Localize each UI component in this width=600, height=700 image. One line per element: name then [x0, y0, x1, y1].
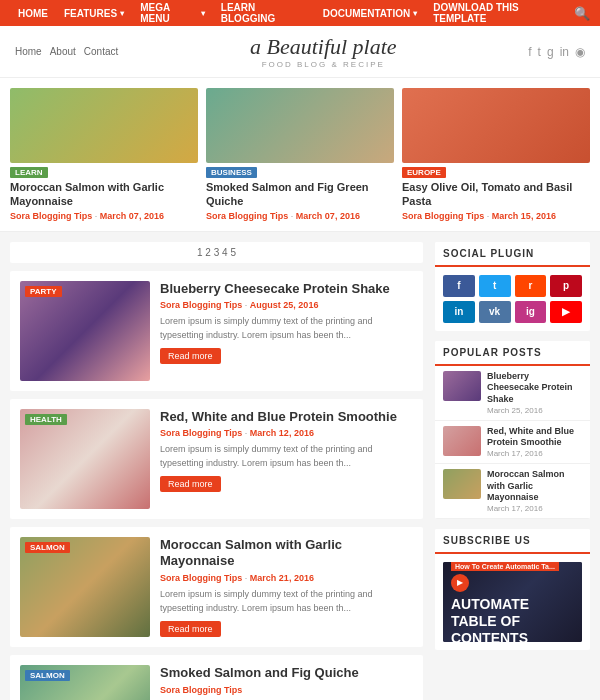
- article-content-1: Blueberry Cheesecake Protein Shake Sora …: [160, 281, 413, 381]
- article-image-4: SALMON: [20, 665, 150, 700]
- nav-home-link[interactable]: Home: [15, 46, 42, 57]
- featured-image-1: [10, 88, 198, 163]
- read-more-btn-1[interactable]: Read more: [160, 348, 221, 364]
- popular-date-3: March 17, 2016: [487, 504, 582, 513]
- site-subtitle: FOOD BLOG & RECIPE: [250, 60, 397, 69]
- article-image-2: HEALTH: [20, 409, 150, 509]
- featured-title-1: Moroccan Salmon with Garlic Mayonnaise: [10, 180, 198, 209]
- featured-meta-2: Sora Blogging Tips · March 07, 2016: [206, 211, 394, 221]
- nav-mega-menu[interactable]: MEGA MENU ▾: [132, 2, 213, 24]
- popular-date-2: March 17, 2016: [487, 449, 582, 458]
- sidebar: SOCIAL PLUGIN f t r p in vk ig ▶ POPULAR…: [435, 242, 590, 700]
- arrow-icon: ▾: [120, 9, 124, 18]
- reddit-btn[interactable]: r: [515, 275, 547, 297]
- facebook-btn[interactable]: f: [443, 275, 475, 297]
- instagram-btn[interactable]: ig: [515, 301, 547, 323]
- read-more-btn-2[interactable]: Read more: [160, 476, 221, 492]
- popular-text-1: Blueberry Cheesecake Protein Shake March…: [487, 371, 582, 415]
- site-title: a Beautiful plate: [250, 34, 397, 60]
- subscribe-title: SUBSCRIBE US: [435, 529, 590, 554]
- youtube-btn[interactable]: ▶: [550, 301, 582, 323]
- article-meta-3: Sora Blogging Tips · March 21, 2016: [160, 573, 413, 583]
- popular-image-1: [443, 371, 481, 401]
- nav-features[interactable]: FEATURES ▾: [56, 8, 132, 19]
- category-badge-2: BUSINESS: [206, 167, 257, 178]
- social-plugin-section: SOCIAL PLUGIN f t r p in vk ig ▶: [435, 242, 590, 331]
- nav-contact-link[interactable]: Contact: [84, 46, 118, 57]
- top-nav[interactable]: HOME FEATURES ▾ MEGA MENU ▾ LEARN BLOGGI…: [0, 0, 600, 26]
- article-meta-4: Sora Blogging Tips: [160, 685, 413, 695]
- featured-image-2: [206, 88, 394, 163]
- subscribe-video[interactable]: How To Create Automatic Ta... ▶ AUTOMATE…: [443, 562, 582, 642]
- pinterest-btn[interactable]: p: [550, 275, 582, 297]
- article-badge-1: PARTY: [25, 286, 62, 297]
- social-grid: f t r p in vk ig ▶: [435, 267, 590, 331]
- social-plugin-title: SOCIAL PLUGIN: [435, 242, 590, 267]
- popular-title-2: Red, White and Blue Protein Smoothie: [487, 426, 582, 449]
- nav-home[interactable]: HOME: [10, 8, 56, 19]
- featured-title-3: Easy Olive Oil, Tomato and Basil Pasta: [402, 180, 590, 209]
- popular-item-3[interactable]: Moroccan Salmon with Garlic Mayonnaise M…: [435, 464, 590, 519]
- video-title-bar: ▶: [451, 574, 574, 592]
- article-title-4[interactable]: Smoked Salmon and Fig Quiche: [160, 665, 413, 682]
- featured-card-1[interactable]: LEARN Moroccan Salmon with Garlic Mayonn…: [10, 88, 198, 221]
- facebook-icon[interactable]: f: [528, 45, 531, 59]
- twitter-icon[interactable]: t: [538, 45, 541, 59]
- popular-image-2: [443, 426, 481, 456]
- featured-card-3[interactable]: EUROPE Easy Olive Oil, Tomato and Basil …: [402, 88, 590, 221]
- article-content-3: Moroccan Salmon with Garlic Mayonnaise S…: [160, 537, 413, 638]
- nav-documentation[interactable]: DOCUMENTATION ▾: [315, 8, 425, 19]
- featured-image-3: [402, 88, 590, 163]
- play-button[interactable]: ▶: [451, 574, 469, 592]
- rss-icon[interactable]: ◉: [575, 45, 585, 59]
- featured-title-2: Smoked Salmon and Fig Green Quiche: [206, 180, 394, 209]
- video-tag: How To Create Automatic Ta...: [451, 562, 559, 571]
- nav-download[interactable]: DOWNLOAD THIS TEMPLATE: [425, 2, 574, 24]
- nav-about-link[interactable]: About: [50, 46, 76, 57]
- linkedin-btn[interactable]: in: [443, 301, 475, 323]
- search-icon[interactable]: 🔍: [574, 6, 590, 21]
- article-content-4: Smoked Salmon and Fig Quiche Sora Bloggi…: [160, 665, 413, 700]
- twitter-btn[interactable]: t: [479, 275, 511, 297]
- popular-text-3: Moroccan Salmon with Garlic Mayonnaise M…: [487, 469, 582, 513]
- nav-learn-blogging[interactable]: LEARN BLOGGING: [213, 2, 315, 24]
- article-card-4: SALMON Smoked Salmon and Fig Quiche Sora…: [10, 655, 423, 700]
- featured-meta-1: Sora Blogging Tips · March 07, 2016: [10, 211, 198, 221]
- popular-item-1[interactable]: Blueberry Cheesecake Protein Shake March…: [435, 366, 590, 421]
- article-title-1[interactable]: Blueberry Cheesecake Protein Shake: [160, 281, 413, 298]
- subscribe-section: SUBSCRIBE US How To Create Automatic Ta.…: [435, 529, 590, 650]
- article-card-1: PARTY Blueberry Cheesecake Protein Shake…: [10, 271, 423, 391]
- article-excerpt-1: Lorem ipsum is simply dummy text of the …: [160, 315, 413, 342]
- content-area: 1 2 3 4 5 PARTY Blueberry Cheesecake Pro…: [10, 242, 423, 700]
- article-meta-1: Sora Blogging Tips · August 25, 2016: [160, 300, 413, 310]
- gplus-icon[interactable]: g: [547, 45, 554, 59]
- popular-item-2[interactable]: Red, White and Blue Protein Smoothie Mar…: [435, 421, 590, 464]
- automate-text: AUTOMATETABLE OFCONTENTS: [451, 596, 574, 642]
- arrow-icon: ▾: [201, 9, 205, 18]
- header-social: f t g in ◉: [528, 45, 585, 59]
- main-container: 1 2 3 4 5 PARTY Blueberry Cheesecake Pro…: [0, 232, 600, 700]
- popular-posts-title: POPULAR POSTS: [435, 341, 590, 366]
- instagram-icon[interactable]: in: [560, 45, 569, 59]
- article-image-1: PARTY: [20, 281, 150, 381]
- featured-strip: LEARN Moroccan Salmon with Garlic Mayonn…: [0, 78, 600, 232]
- article-meta-2: Sora Blogging Tips · March 12, 2016: [160, 428, 413, 438]
- read-more-btn-3[interactable]: Read more: [160, 621, 221, 637]
- article-card-3: SALMON Moroccan Salmon with Garlic Mayon…: [10, 527, 423, 648]
- popular-date-1: March 25, 2016: [487, 406, 582, 415]
- article-badge-2: HEALTH: [25, 414, 67, 425]
- article-title-3[interactable]: Moroccan Salmon with Garlic Mayonnaise: [160, 537, 413, 571]
- vk-btn[interactable]: vk: [479, 301, 511, 323]
- popular-posts-section: POPULAR POSTS Blueberry Cheesecake Prote…: [435, 341, 590, 520]
- pager[interactable]: 1 2 3 4 5: [10, 242, 423, 263]
- article-title-2[interactable]: Red, White and Blue Protein Smoothie: [160, 409, 413, 426]
- featured-meta-3: Sora Blogging Tips · March 15, 2016: [402, 211, 590, 221]
- article-excerpt-3: Lorem ipsum is simply dummy text of the …: [160, 588, 413, 615]
- popular-title-3: Moroccan Salmon with Garlic Mayonnaise: [487, 469, 582, 504]
- header-nav: Home About Contact: [15, 46, 118, 57]
- article-badge-4: SALMON: [25, 670, 70, 681]
- article-image-3: SALMON: [20, 537, 150, 637]
- article-card-2: HEALTH Red, White and Blue Protein Smoot…: [10, 399, 423, 519]
- article-excerpt-2: Lorem ipsum is simply dummy text of the …: [160, 443, 413, 470]
- featured-card-2[interactable]: BUSINESS Smoked Salmon and Fig Green Qui…: [206, 88, 394, 221]
